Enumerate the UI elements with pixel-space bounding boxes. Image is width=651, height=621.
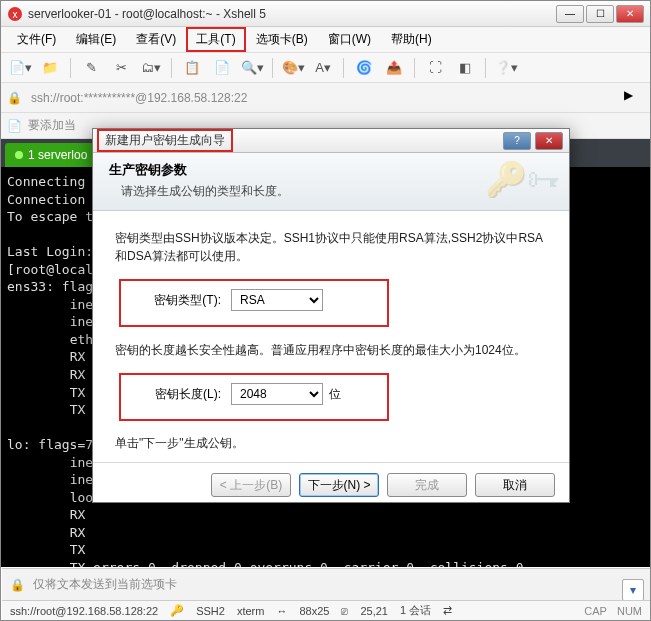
titlebar: x serverlooker-01 - root@localhost:~ - X…	[1, 1, 650, 27]
find-icon[interactable]: 🔍▾	[239, 57, 265, 79]
app-icon: x	[7, 6, 23, 22]
font-icon[interactable]: A▾	[310, 57, 336, 79]
key-length-row: 密钥长度(L): 2048 位	[145, 383, 377, 405]
add-icon[interactable]: 📄	[7, 119, 22, 133]
link-icon: ⇄	[443, 604, 452, 617]
key-length-label: 密钥长度(L):	[145, 386, 231, 403]
maximize-button[interactable]: ☐	[586, 5, 614, 23]
xftp-icon[interactable]: 🌀	[351, 57, 377, 79]
close-button[interactable]: ✕	[616, 5, 644, 23]
new-session-icon[interactable]: 📄▾	[7, 57, 33, 79]
status-num: NUM	[617, 605, 642, 617]
address-field[interactable]: ssh://root:***********@192.168.58.128:22	[28, 88, 619, 108]
finish-button: 完成	[387, 473, 467, 497]
svg-text:x: x	[13, 9, 18, 20]
key-length-unit: 位	[329, 386, 341, 403]
keys-icon: 🔑🗝	[485, 159, 561, 199]
statusbar: ssh://root@192.168.58.128:22 🔑 SSH2 xter…	[2, 600, 650, 620]
expand-compose-icon[interactable]: ▾	[622, 579, 644, 601]
key-length-desc: 密钥的长度越长安全性越高。普通应用程序中密钥长度的最佳大小为1024位。	[115, 341, 547, 359]
cancel-button[interactable]: 取消	[475, 473, 555, 497]
key-length-select[interactable]: 2048	[231, 383, 323, 405]
fullscreen-icon[interactable]: ⛶	[422, 57, 448, 79]
open-icon[interactable]: 📁	[37, 57, 63, 79]
go-icon[interactable]: ▶	[624, 88, 644, 108]
lock-icon: 🔒	[7, 91, 22, 105]
key-type-select[interactable]: RSA	[231, 289, 323, 311]
menu-view[interactable]: 查看(V)	[126, 27, 186, 52]
status-cap: CAP	[584, 605, 607, 617]
menubar: 文件(F) 编辑(E) 查看(V) 工具(T) 选项卡(B) 窗口(W) 帮助(…	[1, 27, 650, 53]
menu-help[interactable]: 帮助(H)	[381, 27, 442, 52]
disconnect-icon[interactable]: ✂	[108, 57, 134, 79]
transfer-icon[interactable]: 📤	[381, 57, 407, 79]
next-hint: 单击"下一步"生成公钥。	[115, 435, 547, 452]
paste-icon[interactable]: 📄	[209, 57, 235, 79]
dialog-body: 密钥类型由SSH协议版本决定。SSH1协议中只能使用RSA算法,SSH2协议中R…	[93, 211, 569, 462]
transparency-icon[interactable]: ◧	[452, 57, 478, 79]
key-type-row: 密钥类型(T): RSA	[145, 289, 377, 311]
dialog-close-button[interactable]: ✕	[535, 132, 563, 150]
dialog-title: 新建用户密钥生成向导	[97, 129, 233, 152]
lock-compose-icon: 🔒	[10, 578, 25, 592]
status-dot-icon	[15, 151, 23, 159]
toolbar: 📄▾ 📁 ✎ ✂ 🗂▾ 📋 📄 🔍▾ 🎨▾ A▾ 🌀 📤 ⛶ ◧ ❔▾	[1, 53, 650, 83]
pos-icon: ⎚	[341, 605, 348, 617]
minimize-button[interactable]: —	[556, 5, 584, 23]
menu-window[interactable]: 窗口(W)	[318, 27, 381, 52]
reconnect-icon[interactable]: ✎	[78, 57, 104, 79]
status-term: xterm	[237, 605, 265, 617]
help-icon[interactable]: ❔▾	[493, 57, 519, 79]
menu-file[interactable]: 文件(F)	[7, 27, 66, 52]
add-text: 要添加当	[28, 117, 76, 134]
dialog-footer: < 上一步(B) 下一步(N) > 完成 取消	[93, 462, 569, 507]
status-connection: ssh://root@192.168.58.128:22	[10, 605, 158, 617]
key-wizard-dialog: 新建用户密钥生成向导 ? ✕ 生产密钥参数 请选择生成公钥的类型和长度。 🔑🗝 …	[92, 128, 570, 503]
session-tab[interactable]: 1 serverloo	[5, 143, 99, 167]
window-title: serverlooker-01 - root@localhost:~ - Xsh…	[28, 7, 556, 21]
back-button: < 上一步(B)	[211, 473, 291, 497]
status-pos: 25,21	[360, 605, 388, 617]
color-icon[interactable]: 🎨▾	[280, 57, 306, 79]
menu-edit[interactable]: 编辑(E)	[66, 27, 126, 52]
dialog-help-button[interactable]: ?	[503, 132, 531, 150]
status-sessions: 1 会话	[400, 603, 431, 618]
compose-bar[interactable]: 🔒 仅将文本发送到当前选项卡	[2, 568, 650, 600]
tab-label: 1 serverloo	[28, 148, 87, 162]
status-size: 88x25	[299, 605, 329, 617]
compose-hint: 仅将文本发送到当前选项卡	[33, 576, 177, 593]
dialog-titlebar: 新建用户密钥生成向导 ? ✕	[93, 129, 569, 153]
copy-icon[interactable]: 📋	[179, 57, 205, 79]
next-button[interactable]: 下一步(N) >	[299, 473, 379, 497]
status-proto: SSH2	[196, 605, 225, 617]
menu-tabs[interactable]: 选项卡(B)	[246, 27, 318, 52]
key-type-label: 密钥类型(T):	[145, 292, 231, 309]
dialog-header: 生产密钥参数 请选择生成公钥的类型和长度。 🔑🗝	[93, 153, 569, 211]
properties-icon[interactable]: 🗂▾	[138, 57, 164, 79]
menu-tools[interactable]: 工具(T)	[186, 27, 245, 52]
resize-icon: ↔	[276, 605, 287, 617]
addressbar: 🔒 ssh://root:***********@192.168.58.128:…	[1, 83, 650, 113]
xagent-icon: 🔑	[170, 604, 184, 617]
key-type-desc: 密钥类型由SSH协议版本决定。SSH1协议中只能使用RSA算法,SSH2协议中R…	[115, 229, 547, 265]
